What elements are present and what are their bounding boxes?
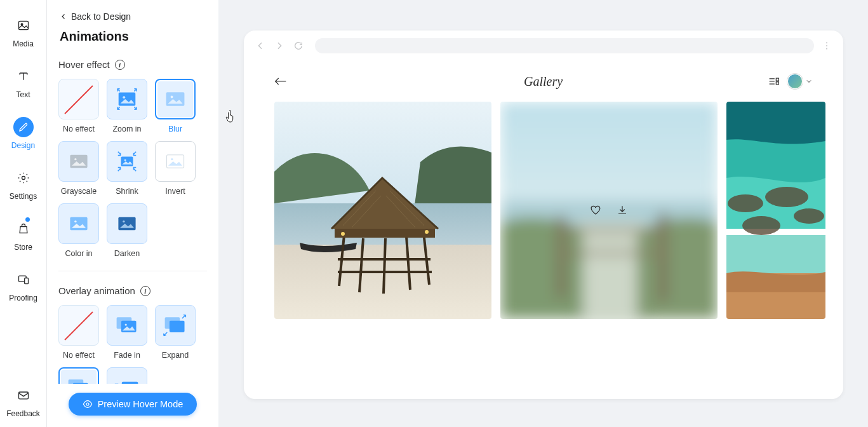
svg-point-30 — [86, 403, 89, 405]
gear-icon — [13, 168, 34, 188]
option-label: Zoom in — [112, 125, 141, 133]
hover-option-shrink[interactable]: Shrink — [107, 141, 147, 196]
overlay-animation-label: Overlay animation — [58, 285, 135, 296]
svg-rect-28 — [122, 382, 138, 384]
info-icon[interactable]: i — [140, 286, 150, 296]
svg-point-11 — [74, 158, 76, 160]
hover-option-darken[interactable]: Darken — [107, 203, 147, 258]
info-icon[interactable]: i — [115, 60, 125, 70]
preview-hover-mode-button[interactable]: Preview Hover Mode — [69, 393, 197, 416]
nav-label: Design — [11, 141, 35, 150]
bag-icon — [13, 219, 34, 239]
svg-point-31 — [825, 42, 827, 43]
option-label: Grayscale — [61, 187, 97, 196]
overlay-option-no-effect[interactable]: No effect — [58, 305, 99, 360]
hover-option-invert[interactable]: Invert — [155, 141, 196, 196]
hover-option-grayscale[interactable]: Grayscale — [58, 141, 99, 196]
color-in-tile — [58, 203, 99, 244]
no-effect-tile — [58, 79, 99, 119]
svg-point-2 — [22, 177, 25, 180]
overlay-option-fade-in[interactable]: Fade in — [107, 305, 147, 360]
nav-proofing[interactable]: Proofing — [0, 269, 46, 302]
notification-dot — [25, 217, 30, 222]
chevron-left-icon — [60, 13, 67, 20]
hover-option-blur[interactable]: Blur — [155, 79, 196, 133]
svg-rect-6 — [119, 93, 136, 106]
heart-icon[interactable] — [590, 205, 601, 216]
hover-option-color-in[interactable]: Color in — [58, 203, 99, 258]
invert-tile — [155, 141, 196, 182]
nav-text[interactable]: Text — [0, 66, 46, 99]
svg-rect-0 — [18, 21, 28, 29]
svg-point-64 — [742, 216, 780, 235]
nav-label: Text — [16, 90, 30, 99]
zoom-in-tile — [107, 79, 147, 119]
option-label: Shrink — [116, 187, 138, 196]
option-label: No effect — [63, 125, 95, 133]
svg-point-22 — [125, 323, 127, 325]
pencil-icon — [13, 117, 34, 137]
svg-point-9 — [171, 95, 173, 98]
gallery-topbar: Gallery — [274, 61, 813, 102]
overlay-slide-tile — [107, 367, 147, 384]
image-overlay — [590, 205, 628, 216]
browser-reload-icon[interactable] — [292, 39, 305, 52]
option-label: Expand — [162, 351, 189, 360]
back-label: Back to Design — [71, 11, 131, 22]
text-icon — [13, 66, 34, 86]
overlay-option-expand[interactable]: Expand — [155, 305, 196, 360]
canvas-area: Gallery — [218, 0, 868, 427]
expand-tile — [155, 305, 196, 346]
overlay-animation-section: Overlay animation i — [58, 285, 207, 296]
hover-option-zoom-in[interactable]: Zoom in — [107, 79, 147, 133]
option-label: Invert — [165, 187, 185, 196]
overlay-option-row2-b[interactable] — [107, 367, 147, 384]
image-icon — [13, 15, 34, 36]
user-menu[interactable] — [787, 74, 813, 89]
nav-media[interactable]: Media — [0, 15, 46, 48]
panel-title: Animations — [60, 29, 207, 44]
svg-rect-24 — [170, 321, 185, 332]
svg-rect-16 — [70, 217, 87, 230]
gallery-image-2-hovered[interactable] — [500, 102, 718, 319]
nav-feedback[interactable]: Feedback — [0, 385, 46, 418]
envelope-icon — [13, 385, 34, 405]
nav-settings[interactable]: Settings — [0, 168, 46, 201]
chevron-down-icon — [805, 78, 813, 85]
svg-rect-8 — [166, 92, 185, 106]
browser-forward-icon[interactable] — [273, 39, 286, 52]
divider — [58, 271, 207, 271]
svg-rect-18 — [118, 217, 135, 230]
fade-in-tile — [107, 305, 147, 346]
gallery-image-3[interactable] — [726, 102, 825, 319]
svg-point-15 — [171, 158, 173, 160]
nav-rail: Media Text Design Settings Store — [0, 0, 47, 427]
animations-panel: Back to Design Animations Hover effect i… — [47, 0, 218, 427]
svg-point-33 — [825, 48, 827, 50]
shrink-tile — [107, 141, 147, 182]
nav-label: Proofing — [9, 294, 37, 302]
gallery-image-1[interactable] — [274, 102, 491, 319]
svg-point-63 — [794, 208, 824, 224]
browser-back-icon[interactable] — [254, 39, 267, 52]
nav-design[interactable]: Design — [0, 117, 46, 150]
layout-toggle-icon[interactable] — [768, 77, 780, 86]
gallery-row — [274, 102, 813, 319]
gallery-back-icon[interactable] — [274, 77, 287, 86]
svg-rect-4 — [24, 278, 28, 284]
nav-label: Store — [14, 243, 32, 252]
overlay-option-row2-a[interactable] — [58, 367, 99, 384]
svg-point-51 — [341, 232, 345, 236]
back-to-design[interactable]: Back to Design — [60, 11, 207, 22]
option-label: Color in — [65, 249, 92, 258]
download-icon[interactable] — [617, 205, 628, 216]
browser-url-bar[interactable] — [315, 38, 814, 53]
browser-menu-icon[interactable] — [820, 39, 833, 52]
no-effect-tile — [58, 305, 99, 346]
preview-content: Gallery — [244, 61, 843, 399]
svg-rect-14 — [166, 155, 184, 168]
hover-option-no-effect[interactable]: No effect — [58, 79, 99, 133]
nav-store[interactable]: Store — [0, 219, 46, 252]
svg-point-62 — [765, 187, 808, 207]
svg-rect-35 — [776, 82, 778, 85]
